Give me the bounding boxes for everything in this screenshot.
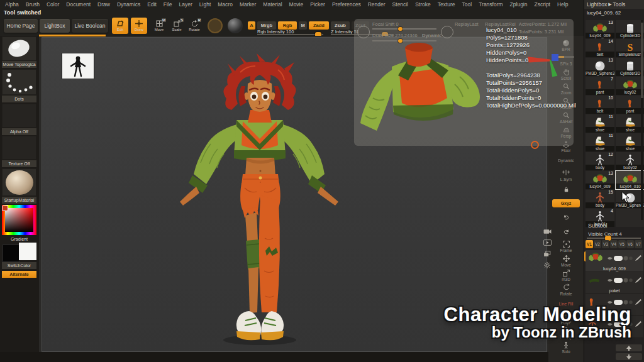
menu-texture[interactable]: Texture: [438, 1, 455, 8]
menu-stencil[interactable]: Stencil: [392, 1, 409, 8]
stroke-name-label[interactable]: Dots: [2, 96, 36, 102]
menu-color[interactable]: Color: [47, 1, 59, 8]
edit-pen-icon[interactable]: [635, 319, 642, 330]
menu-draw[interactable]: Draw: [97, 1, 110, 8]
menu-zscript[interactable]: Zscript: [534, 1, 550, 8]
subtool-tab-v6[interactable]: V6: [626, 240, 634, 248]
lightbox-header-label[interactable]: Lightbox: [587, 1, 607, 8]
subtool-tab-v4[interactable]: V4: [610, 240, 618, 248]
shelf-lock-button[interactable]: [552, 182, 580, 197]
gear-icon[interactable]: [542, 260, 552, 270]
subtool-tab-v7[interactable]: V7: [635, 240, 642, 248]
menu-tool[interactable]: Tool: [462, 1, 472, 8]
alpha-name-label[interactable]: Alpha Off: [2, 128, 36, 135]
menu-render[interactable]: Render: [368, 1, 386, 8]
texture-name-label[interactable]: Texture Off: [2, 160, 36, 167]
menu-macro[interactable]: Macro: [218, 1, 233, 8]
shelf-gxyz-button[interactable]: Gxyz: [552, 199, 580, 207]
tool-item-pant[interactable]: 7pant: [586, 77, 614, 95]
focal-shift-slider[interactable]: [372, 28, 436, 30]
stroke-preview-icon[interactable]: [208, 18, 223, 33]
m-toggle[interactable]: M: [299, 21, 307, 30]
menu-edit[interactable]: Edit: [147, 1, 157, 8]
live-boolean-button[interactable]: Live Boolean: [72, 19, 108, 33]
visibility-toggles[interactable]: [607, 253, 633, 264]
move-button[interactable]: M Move: [151, 18, 167, 34]
layers-icon[interactable]: [542, 249, 552, 258]
shelf-solo-button[interactable]: Solo: [552, 340, 580, 354]
visible-count-slider[interactable]: [587, 238, 641, 239]
subtool-tab-v3[interactable]: V3: [602, 240, 609, 248]
current-texture-thumbnail[interactable]: [2, 136, 36, 160]
subtool-tab-v5[interactable]: V5: [618, 240, 626, 248]
menu-brush[interactable]: Brush: [26, 1, 40, 8]
menu-layer[interactable]: Layer: [179, 1, 192, 8]
shelf-m3d-button[interactable]: m3D: [552, 268, 580, 282]
subtool-row-poket[interactable]: poket: [586, 272, 643, 294]
tool-item-simplebrush[interactable]: SSimpleBrush: [616, 39, 644, 57]
menu-zplugin[interactable]: Zplugin: [510, 1, 528, 8]
move-up-button[interactable]: [616, 344, 642, 351]
tool-item-shoe[interactable]: shoe: [616, 114, 644, 133]
camera-icon[interactable]: [542, 226, 552, 236]
edit-pen-icon[interactable]: [635, 253, 642, 264]
tool-item-body[interactable]: 15body: [586, 190, 614, 208]
gradient-label[interactable]: Gradient: [2, 236, 36, 243]
menu-stroke[interactable]: Stroke: [415, 1, 431, 8]
current-material-thumbnail[interactable]: [2, 168, 36, 196]
menu-dynamics[interactable]: Dynamics: [117, 1, 140, 8]
main-color-swatch[interactable]: [3, 244, 20, 262]
home-page-button[interactable]: Home Page: [4, 19, 38, 33]
edit-pen-icon[interactable]: [635, 297, 642, 308]
subtool-tab-v1[interactable]: V1: [586, 240, 593, 248]
shelf-rotate-button[interactable]: Rotate: [552, 282, 580, 297]
character-model[interactable]: [155, 50, 362, 351]
material-name-label[interactable]: StartupMaterial: [2, 197, 36, 204]
menu-light[interactable]: Light: [199, 1, 211, 8]
shelf-move-button[interactable]: Move: [552, 253, 580, 268]
rotate-button[interactable]: R Rotate: [186, 18, 203, 34]
subtool-tab-v2[interactable]: V2: [594, 240, 601, 248]
current-stroke-thumbnail[interactable]: [2, 69, 36, 95]
edit-pen-icon[interactable]: [635, 275, 642, 286]
tool-panel-header[interactable]: Lightbox ▶ Tools: [584, 0, 644, 9]
menu-help[interactable]: Help: [557, 1, 568, 8]
tool-item-cylinder3d[interactable]: Cylinder3D: [616, 58, 644, 76]
tool-item-shoe[interactable]: shoe: [616, 133, 644, 151]
tool-item[interactable]: [616, 209, 644, 227]
shelf-dynamic-button[interactable]: Dynamic: [552, 153, 580, 168]
alternate-button[interactable]: Alternate: [2, 271, 36, 278]
menu-document[interactable]: Document: [66, 1, 91, 8]
draw-button[interactable]: Draw: [131, 18, 147, 34]
menu-material[interactable]: Material: [263, 1, 282, 8]
tool-item-belt[interactable]: 14belt: [586, 39, 614, 57]
material-preview-icon[interactable]: [228, 18, 243, 33]
move-down-button[interactable]: [616, 353, 642, 360]
tool-item-cylinder3d[interactable]: Cylinder3D: [616, 20, 644, 38]
tool-item-body[interactable]: 12body: [586, 152, 614, 170]
menu-movie[interactable]: Movie: [289, 1, 304, 8]
tool-item-belt[interactable]: 10belt: [586, 96, 614, 114]
menu-file[interactable]: File: [164, 1, 172, 8]
menu-preferences[interactable]: Preferences: [332, 1, 361, 8]
color-picker[interactable]: [2, 205, 36, 235]
menu-marker[interactable]: Marker: [240, 1, 256, 8]
menu-transform[interactable]: Transform: [479, 1, 502, 8]
replay-last-button[interactable]: ReplayLast: [455, 21, 479, 27]
current-alpha-thumbnail[interactable]: [2, 104, 36, 128]
tool-item-pant[interactable]: pant: [616, 96, 644, 114]
shelf-undo-button[interactable]: [552, 210, 580, 224]
tool-item-lucy04_010[interactable]: lucy04_010: [616, 171, 644, 189]
tool-item-lucy02[interactable]: lucy02: [616, 77, 644, 95]
brush-name-label[interactable]: Move Topologica: [2, 61, 36, 68]
tool-item-lucy04_009[interactable]: 13lucy04_009: [586, 20, 614, 38]
tool-item-shoe[interactable]: 11shoe: [586, 114, 614, 133]
rgb-intensity-slider[interactable]: [257, 34, 323, 35]
scale-button[interactable]: S Scale: [169, 18, 185, 34]
tools-header-label[interactable]: Tools: [613, 1, 626, 8]
material-a-toggle[interactable]: A: [248, 21, 255, 30]
tool-item-shoe[interactable]: 11shoe: [586, 133, 614, 151]
tool-panel-scrollbar[interactable]: [641, 20, 643, 220]
tool-item-body02[interactable]: body02: [616, 152, 644, 170]
edit-button[interactable]: Edit: [112, 18, 128, 34]
